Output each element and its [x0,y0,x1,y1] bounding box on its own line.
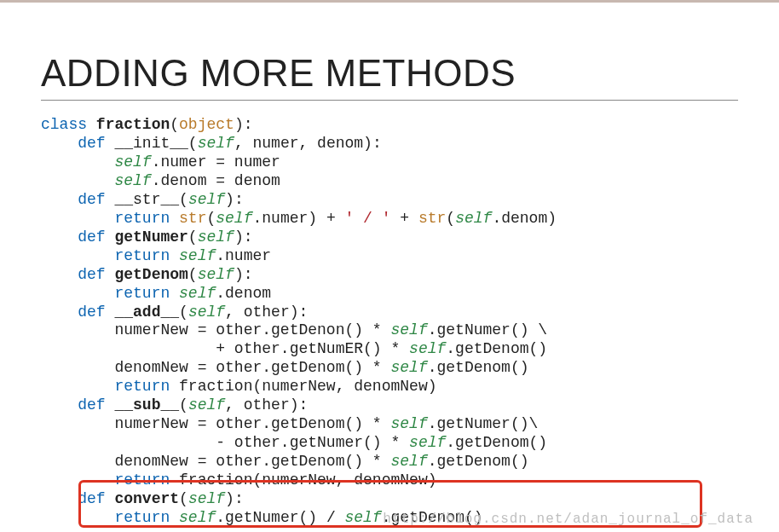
kw-self: self [390,359,427,376]
bi-str: str [418,210,446,227]
kw-self: self [114,172,151,189]
fn-str: __str__ [114,191,179,208]
kw-self: self [179,509,216,526]
l22a: .getNumer() / [216,509,344,526]
kw-def: def [78,135,105,152]
kw-def: def [78,396,105,413]
kw-self: self [390,453,427,470]
kw-self: self [188,396,225,413]
fn-getnumer: getNumer [114,228,188,246]
kw-return: return [114,509,170,526]
kw-return: return [114,247,170,264]
kw-return: return [114,285,170,302]
fn-sub: __sub__ [114,396,179,413]
kw-self: self [390,415,427,432]
kw-self: self [188,490,225,507]
l18a: - other.getNumer() * [216,434,409,451]
kw-self: self [188,304,225,321]
fn-getdenom: getDenom [114,266,188,283]
l13b: .getDenom() [446,340,547,357]
l3: .numer = numer [152,153,280,171]
l16o: , other): [225,396,308,413]
l14a: denomNew = other.getDenom() * [114,359,390,376]
kw-self: self [179,285,216,302]
kw-self: self [198,228,234,246]
slide-title: ADDING MORE METHODS [41,52,738,95]
kw-return: return [114,471,170,489]
l15: fraction(numerNew, denomNew) [170,378,436,395]
kw-self: self [409,434,446,451]
init-args: , numer, denom): [234,135,382,152]
fn-add: __add__ [114,304,179,321]
l17a: numerNew = other.getDenom() * [114,415,390,432]
kw-class: class [41,116,87,133]
l12b: .getNumer() \ [428,321,547,338]
l13a: + other.getNumER() * [216,340,409,357]
l19a: denomNew = other.getDenom() * [114,453,390,470]
kw-return: return [114,378,170,395]
kw-def: def [78,304,105,321]
kw-def: def [78,228,105,246]
slide: ADDING MORE METHODS class fraction(objec… [0,0,779,532]
l6p1: + [317,210,344,227]
l12a: numerNew = other.getDenon() * [114,321,390,338]
kw-def: def [78,490,105,507]
bi-str: str [179,210,206,227]
fn-convert: convert [114,490,179,507]
str-lit: ' / ' [345,210,391,227]
l17b: .getNumer()\ [428,415,539,432]
l20: fraction(numerNew, denomNew) [170,471,436,489]
l11o: , other): [225,304,308,321]
l10: .denom [216,285,271,302]
kw-self: self [390,321,427,338]
watermark: http://blog.csdn.net/adan_journal_of_dat… [383,512,753,527]
l6b: .denom) [492,210,557,227]
kw-self: self [455,210,492,227]
l6p2: + [391,210,418,227]
kw-self: self [409,340,446,357]
kw-return: return [114,210,170,227]
kw-self: self [198,135,234,152]
l4: .denom = denom [152,172,280,189]
l14b: .getDenom() [428,359,529,376]
kw-self: self [114,153,151,171]
kw-self: self [188,191,225,208]
l19b: .getDenom() [428,453,529,470]
kw-self: self [216,210,252,227]
kw-def: def [78,266,105,283]
title-block: ADDING MORE METHODS [41,52,738,101]
kw-self: self [345,509,382,526]
kw-def: def [78,191,105,208]
l8: .numer [216,247,271,264]
fn-init: __init__ [114,135,188,152]
l18b: .getDenom() [446,434,547,451]
kw-self: self [198,266,234,283]
kw-object: object [179,116,234,133]
kw-self: self [179,247,216,264]
code-block: class fraction(object): def __init__(sel… [41,116,738,528]
class-name: fraction [96,116,170,133]
l6a: .numer) [252,210,317,227]
